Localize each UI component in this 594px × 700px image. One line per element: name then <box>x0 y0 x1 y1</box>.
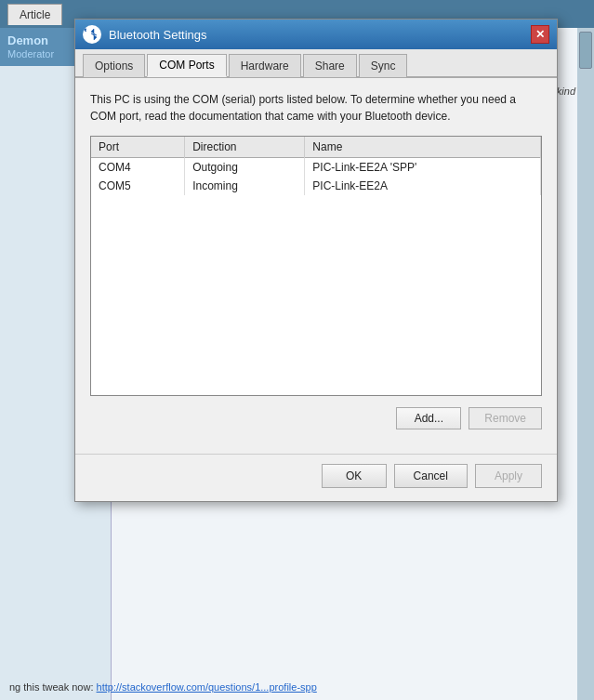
col-direction: Direction <box>185 137 305 158</box>
bluetooth-symbol <box>87 28 100 41</box>
table-actions: Add... Remove <box>90 407 542 429</box>
apply-button[interactable]: Apply <box>475 464 542 488</box>
row1-port: COM4 <box>91 158 185 178</box>
tab-options[interactable]: Options <box>83 54 145 77</box>
bluetooth-settings-dialog: ʿ Bluetooth Settings ✕ Options COM Ports… <box>74 19 558 502</box>
row1-direction: Outgoing <box>185 158 305 178</box>
dialog-tabs: Options COM Ports Hardware Share Sync <box>75 49 557 78</box>
tab-share[interactable]: Share <box>303 54 357 77</box>
com-ports-table: Port Direction Name COM4 Outgoing PIC-Li… <box>91 137 541 195</box>
dialog-titlebar: ʿ Bluetooth Settings ✕ <box>75 20 557 49</box>
dialog-close-button[interactable]: ✕ <box>531 25 549 44</box>
bg-bottom-text: ng this tweak now: <box>9 681 97 693</box>
dialog-description: This PC is using the COM (serial) ports … <box>90 91 542 125</box>
com-ports-table-container: Port Direction Name COM4 Outgoing PIC-Li… <box>90 136 542 396</box>
bluetooth-icon: ʿ <box>83 25 101 44</box>
tab-hardware[interactable]: Hardware <box>229 54 301 77</box>
dialog-body: This PC is using the COM (serial) ports … <box>75 78 557 454</box>
row2-name: PIC-Link-EE2A <box>305 177 541 195</box>
tab-com-ports[interactable]: COM Ports <box>147 54 226 77</box>
bg-article-tab: Article <box>7 4 62 25</box>
add-button[interactable]: Add... <box>396 407 461 429</box>
table-row[interactable]: COM4 Outgoing PIC-Link-EE2A 'SPP' <box>91 158 541 178</box>
col-port: Port <box>91 137 185 158</box>
ok-button[interactable]: OK <box>322 464 387 488</box>
bg-bottom-link: ng this tweak now: http://stackoverflow.… <box>0 681 594 693</box>
scrollbar-thumb[interactable] <box>579 32 592 69</box>
row2-direction: Incoming <box>185 177 305 195</box>
bg-scrollbar[interactable] <box>577 28 594 700</box>
remove-button[interactable]: Remove <box>469 407 542 429</box>
cancel-button[interactable]: Cancel <box>394 464 468 488</box>
bg-user-role: Moderator <box>7 48 54 59</box>
row1-name: PIC-Link-EE2A 'SPP' <box>305 158 541 178</box>
col-name: Name <box>305 137 541 158</box>
dialog-footer: OK Cancel Apply <box>75 454 557 501</box>
table-body: COM4 Outgoing PIC-Link-EE2A 'SPP' COM5 I… <box>91 158 541 196</box>
dialog-title-left: ʿ Bluetooth Settings <box>83 25 207 44</box>
table-header: Port Direction Name <box>91 137 541 158</box>
bg-bottom-url[interactable]: http://stackoverflow.com/questions/1...p… <box>97 681 317 693</box>
table-header-row: Port Direction Name <box>91 137 541 158</box>
dialog-title: Bluetooth Settings <box>109 28 207 42</box>
row2-port: COM5 <box>91 177 185 195</box>
tab-sync[interactable]: Sync <box>359 54 408 77</box>
table-row[interactable]: COM5 Incoming PIC-Link-EE2A <box>91 177 541 195</box>
